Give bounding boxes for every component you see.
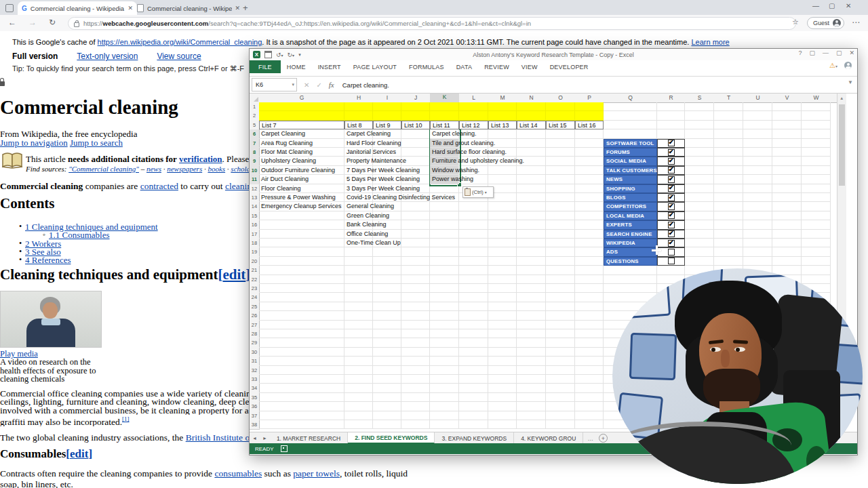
cell-P15[interactable]	[575, 211, 604, 220]
ribbon-tab-home[interactable]: HOME	[281, 64, 312, 70]
cell-T2[interactable]	[714, 111, 743, 120]
cell-H14[interactable]: General Cleaning	[344, 202, 373, 211]
cell-P16[interactable]	[575, 220, 604, 229]
row-header-5[interactable]: 5	[250, 121, 260, 130]
cell-Q18[interactable]: WIKIPEDIA	[604, 239, 657, 247]
cell-G28[interactable]	[259, 329, 344, 338]
cell-K27[interactable]	[430, 321, 459, 329]
cell-M23[interactable]	[488, 284, 517, 293]
cell-G26[interactable]	[259, 311, 344, 320]
cell-H34[interactable]	[344, 384, 373, 392]
cell-W5[interactable]	[802, 121, 831, 129]
cell-J27[interactable]	[401, 321, 430, 329]
cell-H11[interactable]: 5 Days Per Week Cleaning	[344, 175, 373, 184]
cell-N28[interactable]	[517, 329, 546, 338]
cell-N31[interactable]	[517, 357, 546, 365]
cell-H20[interactable]	[344, 257, 373, 266]
cell-S15[interactable]	[685, 211, 714, 220]
cell-R18[interactable]: ✔	[657, 239, 685, 247]
cell-V6[interactable]	[772, 129, 802, 138]
cell-U17[interactable]	[743, 230, 772, 239]
cell-I1[interactable]	[373, 102, 401, 111]
text-only-version-link[interactable]: Text-only version	[77, 52, 138, 61]
cell-Q16[interactable]: EXPERTS	[604, 220, 657, 229]
cell-O5[interactable]: List 15	[546, 121, 575, 129]
cell-I36[interactable]	[373, 402, 401, 411]
column-header-J[interactable]: J	[401, 94, 431, 103]
cell-U16[interactable]	[743, 220, 772, 229]
cell-O9[interactable]	[546, 157, 575, 165]
browser-menu-icon[interactable]: ⋯	[852, 18, 860, 27]
new-tab-button[interactable]: +	[243, 3, 248, 13]
cell-Q19[interactable]: ADS	[604, 247, 657, 256]
cell-J36[interactable]	[401, 402, 430, 411]
cell-H1[interactable]	[344, 102, 373, 111]
cell-T7[interactable]	[714, 139, 743, 148]
formula-cancel-icon[interactable]: ✕	[304, 81, 309, 89]
cell-H7[interactable]: Hard Floor Cleaning	[344, 139, 373, 148]
cell-R11[interactable]: ✔	[657, 175, 685, 184]
cell-L31[interactable]	[459, 357, 488, 365]
cell-P21[interactable]	[575, 266, 604, 274]
row-header-31[interactable]: 31	[250, 357, 260, 366]
tab-close-icon[interactable]: ✕	[235, 5, 240, 12]
warning-icon[interactable]: ⚠▾	[829, 62, 837, 69]
cell-G24[interactable]	[259, 293, 344, 302]
cell-Q13[interactable]: BLOGS	[604, 193, 657, 202]
news-link[interactable]: news	[146, 165, 161, 173]
cell-P32[interactable]	[575, 366, 604, 375]
cell-G16[interactable]	[259, 220, 344, 229]
cell-W9[interactable]	[802, 157, 831, 165]
name-box[interactable]: K6 ▾	[252, 78, 297, 92]
cell-L27[interactable]	[459, 321, 488, 329]
column-header-O[interactable]: O	[546, 94, 576, 103]
cell-W14[interactable]	[802, 202, 831, 211]
row-header-25[interactable]: 25	[250, 302, 260, 312]
cell-O38[interactable]	[546, 420, 575, 429]
cell-Q15[interactable]: LOCAL MEDIA	[604, 211, 657, 220]
learn-more-link[interactable]: Learn more	[691, 38, 729, 46]
ribbon-tab-file[interactable]: FILE	[250, 60, 281, 73]
cell-G12[interactable]: Floor Cleaning	[259, 184, 344, 193]
cell-J31[interactable]	[401, 357, 430, 365]
cell-H13[interactable]: Covid-19 Cleaning Disinfecting Services	[344, 193, 373, 202]
cell-M33[interactable]	[488, 375, 517, 384]
cell-O22[interactable]	[546, 275, 575, 284]
cell-Q6[interactable]	[604, 129, 657, 138]
cell-H28[interactable]	[344, 329, 373, 338]
cell-N18[interactable]	[517, 239, 546, 247]
cell-L2[interactable]	[459, 111, 488, 120]
cell-G9[interactable]: Upholstery Cleaning	[259, 157, 344, 165]
cell-P11[interactable]	[575, 175, 604, 184]
cell-Q10[interactable]: TALK CUSTOMERS	[604, 166, 657, 175]
undo-icon[interactable]: ↺▾	[276, 52, 283, 58]
cell-O36[interactable]	[546, 402, 575, 411]
cell-U11[interactable]	[743, 175, 772, 184]
cell-H21[interactable]	[344, 266, 373, 274]
cell-W1[interactable]	[802, 102, 831, 111]
cell-N25[interactable]	[517, 302, 546, 311]
cell-T12[interactable]	[714, 184, 743, 193]
row-header-16[interactable]: 16	[250, 220, 260, 230]
cell-P6[interactable]	[575, 129, 604, 138]
cell-W21[interactable]	[802, 266, 831, 274]
cell-P12[interactable]	[575, 184, 604, 193]
column-header-N[interactable]: N	[517, 94, 547, 103]
cell-K18[interactable]	[430, 239, 459, 247]
row-header-8[interactable]: 8	[250, 148, 260, 157]
cell-Q22[interactable]	[604, 275, 657, 284]
cell-I33[interactable]	[373, 375, 401, 384]
cell-R16[interactable]: ✔	[657, 220, 685, 229]
cleaning-link[interactable]: cleaning	[225, 181, 250, 191]
cell-P8[interactable]	[575, 148, 604, 157]
cell-J25[interactable]	[401, 302, 430, 311]
cell-I20[interactable]	[373, 257, 401, 266]
cell-M30[interactable]	[488, 348, 517, 357]
cell-H32[interactable]	[344, 366, 373, 375]
cell-V20[interactable]	[772, 257, 802, 266]
row-header-18[interactable]: 18	[250, 239, 260, 248]
cell-H5[interactable]: List 8	[344, 121, 373, 129]
cell-P5[interactable]: List 16	[575, 121, 604, 129]
cell-S19[interactable]	[685, 247, 714, 256]
checkbox-local-media[interactable]: ✔	[668, 212, 675, 219]
